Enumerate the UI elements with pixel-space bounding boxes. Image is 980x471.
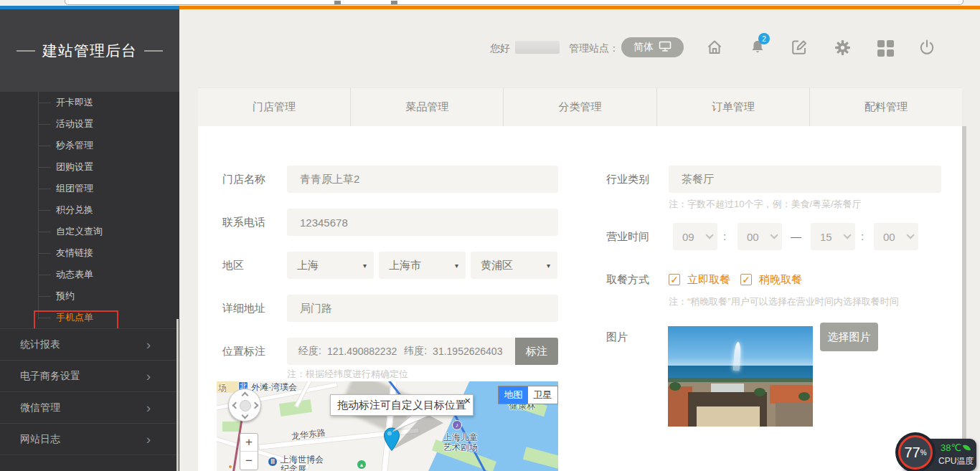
map-type-switch: 地图 卫星: [498, 386, 558, 404]
location-input[interactable]: 经度: 121.490882232 纬度: 31.1952626403: [287, 338, 515, 365]
pan-right-icon[interactable]: [252, 402, 259, 409]
sidebar-scrollbar[interactable]: [176, 319, 179, 471]
sidebar-section-tongjibaobiao[interactable]: 统计报表›: [0, 328, 179, 360]
longitude-label: 经度:: [287, 345, 321, 358]
cpu-temperature: 38℃: [941, 442, 970, 453]
notification-badge: 2: [758, 33, 770, 44]
latitude-label: 纬度:: [397, 345, 427, 358]
tab-dish-management[interactable]: 菜品管理: [350, 88, 503, 126]
district-select[interactable]: 黄浦区▾: [471, 252, 557, 279]
sidebar-item-miaoshaguanli[interactable]: 秒杀管理: [0, 135, 179, 156]
map-label-bund: 外滩·湾璞会: [251, 381, 297, 394]
sidebar-submenu: 开卡即送 活动设置 秒杀管理 团购设置 组团管理 积分兑换 自定义查询 友情链接…: [0, 92, 179, 328]
sidebar-item-jifenduihuan[interactable]: 积分兑换: [0, 199, 179, 221]
pickup-now-checkbox[interactable]: ✓: [669, 274, 680, 285]
sidebar-item-tuangoushezhi[interactable]: 团购设置: [0, 156, 179, 178]
province-select[interactable]: 上海▾: [287, 252, 374, 279]
pickup-later-checkbox[interactable]: ✓: [740, 274, 752, 285]
tab-category-management[interactable]: 分类管理: [503, 88, 656, 126]
notifications-bell-icon[interactable]: 2: [748, 38, 767, 57]
tab-order-management[interactable]: 订单管理: [656, 88, 809, 126]
map[interactable]: 场 外滩·湾璞会 龙华东路 Ⅲ 上海世博会 纪念展 健康林 ♪ 上海儿童 艺术剧…: [217, 381, 558, 471]
tooltip-tail: [392, 414, 437, 432]
map-tooltip: 拖动标注可自定义目标位置 ×: [330, 394, 473, 416]
address-label: 详细地址: [222, 302, 265, 315]
content-scrollbar[interactable]: [962, 126, 966, 471]
sidebar-item-kaikajisong[interactable]: 开卡即送: [0, 92, 179, 113]
pickup-now-label[interactable]: 立即取餐: [687, 273, 730, 287]
pan-center-knob[interactable]: [240, 400, 251, 411]
open-minute-select[interactable]: 00: [738, 223, 782, 250]
sidebar-section-wangzhanrizhi[interactable]: 网站日志›: [0, 423, 179, 455]
apps-grid-icon[interactable]: [876, 39, 895, 57]
sidebar-item-huodongshezhi[interactable]: 活动设置: [0, 113, 179, 135]
sidebar-section-weixinguanli[interactable]: 微信管理›: [0, 391, 179, 423]
cpu-temperature-label: CPU温度: [938, 455, 974, 467]
map-type-button[interactable]: 地图: [499, 386, 528, 404]
zoom-in-button[interactable]: +: [240, 434, 258, 452]
chevron-down-icon: [843, 231, 851, 239]
time-colon: :: [723, 230, 726, 242]
url-text-fragment: [391, 1, 397, 4]
poi-dot: [228, 465, 232, 469]
sidebar-item-youqinglianjie[interactable]: 友情链接: [0, 242, 179, 264]
region-label: 地区: [222, 259, 244, 272]
industry-label: 行业类别: [606, 173, 649, 186]
sidebar-section-dianzishangwu[interactable]: 电子商务设置›: [0, 360, 179, 391]
sidebar-item-dongtaibiaodan[interactable]: 动态表单: [0, 264, 179, 285]
module-tabs: 门店管理 菜品管理 分类管理 订单管理 配料管理: [198, 87, 962, 126]
city-select[interactable]: 上海市▾: [379, 252, 466, 279]
power-icon[interactable]: [918, 38, 936, 57]
cpu-usage-circle[interactable]: 77%: [895, 432, 936, 471]
map-pan-control[interactable]: [228, 389, 261, 422]
longitude-value: 121.490882232: [321, 346, 397, 357]
dropdown-arrow-icon: ▾: [547, 262, 550, 270]
time-range-dash: —: [791, 230, 801, 242]
map-zoom-control: + −: [240, 433, 258, 470]
pickup-later-label[interactable]: 稍晚取餐: [759, 273, 802, 287]
store-name-input[interactable]: 青青原上草2: [287, 166, 558, 193]
dropdown-arrow-icon: ▾: [455, 262, 458, 270]
location-label: 位置标注: [222, 345, 265, 358]
url-text-fragment: [334, 1, 341, 4]
sidebar-item-zidingyichaxun[interactable]: 自定义查询: [0, 221, 179, 242]
tab-ingredient-management[interactable]: 配料管理: [809, 88, 962, 126]
username-redacted: [515, 41, 560, 54]
pickup-label: 取餐方式: [606, 273, 649, 287]
image-label: 图片: [606, 330, 628, 344]
open-hour-select[interactable]: 09: [673, 223, 717, 250]
time-colon: :: [861, 230, 864, 242]
sidebar-item-yuyue[interactable]: 预约: [0, 285, 179, 307]
chevron-down-icon: [906, 231, 914, 239]
settings-gear-icon[interactable]: [833, 38, 852, 57]
close-hour-select[interactable]: 15: [811, 223, 855, 250]
museum-icon: Ⅲ: [268, 457, 278, 467]
mark-location-button[interactable]: 标注: [515, 338, 558, 365]
map-label-cut: 场: [218, 382, 227, 394]
store-name-label: 门店名称: [222, 173, 265, 186]
browser-chrome-edge: [0, 0, 980, 6]
address-input[interactable]: 局门路: [287, 295, 558, 322]
pan-down-icon[interactable]: [242, 412, 249, 419]
choose-image-button[interactable]: 选择图片: [820, 323, 878, 351]
title-dash-left: [17, 50, 35, 52]
satellite-type-button[interactable]: 卫星: [528, 386, 557, 404]
sidebar-item-zutuanguanli[interactable]: 组团管理: [0, 178, 179, 199]
greeting-text: 您好: [490, 42, 510, 55]
industry-input[interactable]: 茶餐厅: [669, 166, 941, 193]
tab-store-management[interactable]: 门店管理: [198, 88, 350, 126]
zoom-out-button[interactable]: −: [240, 452, 258, 470]
pan-left-icon[interactable]: [232, 402, 240, 409]
hours-label: 营业时间: [606, 230, 649, 244]
pan-up-icon[interactable]: [242, 392, 249, 399]
industry-note: 注：字数不超过10个字，例：美食/粤菜/茶餐厅: [669, 198, 862, 211]
tooltip-close-icon[interactable]: ×: [464, 394, 471, 406]
phone-input[interactable]: 12345678: [287, 209, 558, 236]
language-switch-button[interactable]: 简体: [621, 37, 684, 57]
edit-icon[interactable]: [790, 38, 809, 57]
dropdown-arrow-icon: ▾: [363, 262, 367, 270]
sidebar-sections: 统计报表› 电子商务设置› 微信管理› 网站日志›: [0, 328, 179, 471]
close-minute-select[interactable]: 00: [874, 223, 918, 250]
selection-annotation-box: [34, 310, 118, 330]
home-icon[interactable]: [705, 38, 724, 57]
